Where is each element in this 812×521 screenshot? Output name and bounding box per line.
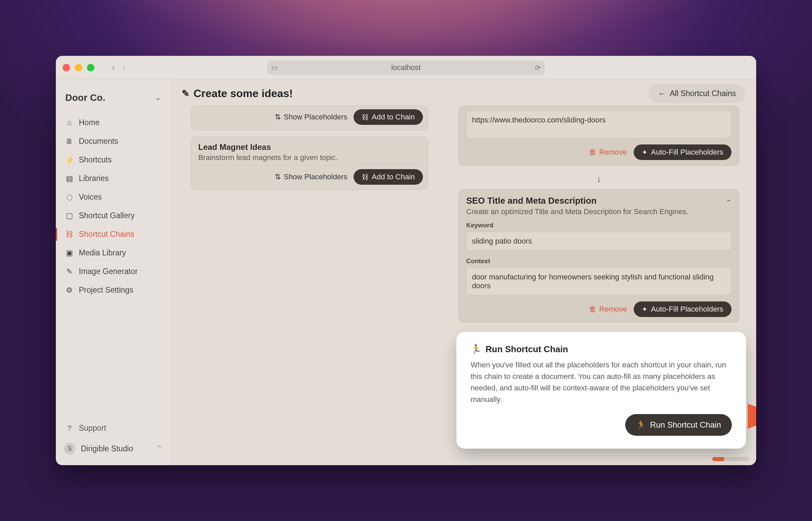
page-indicator — [712, 457, 749, 461]
home-icon: ⌂ — [65, 118, 73, 127]
minimize-icon[interactable] — [75, 64, 82, 71]
sidebar-item-shortcut-chains[interactable]: ⛓ Shortcut Chains — [59, 225, 167, 244]
sidebar: Door Co. ⌄ ⌂ Home 🗎 Documents ⚡ Shortcut… — [56, 80, 171, 465]
sidebar-item-label: Shortcut Chains — [79, 230, 134, 239]
titlebar: ‹ › ▭ localhost ⟳ — [56, 56, 756, 80]
voice-icon: ◌ — [65, 193, 73, 202]
sidebar-item-label: Voices — [79, 192, 102, 202]
sidebar-item-libraries[interactable]: ▤ Libraries — [59, 169, 167, 188]
context-input[interactable] — [466, 268, 731, 295]
chain-card-desc: Create an optimized Title and Meta Descr… — [466, 207, 689, 216]
sidebar-item-label: Home — [79, 118, 99, 127]
page-title: ✎ Create some ideas! — [182, 87, 293, 100]
collapse-icon[interactable]: ⌃ — [726, 196, 731, 206]
sidebar-item-label: Project Settings — [79, 286, 133, 295]
browser-window: ‹ › ▭ localhost ⟳ Door Co. ⌄ ⌂ Home 🗎 Do… — [56, 56, 756, 465]
show-placeholders-label: Show Placeholders — [284, 173, 347, 181]
sidebar-item-label: Image Generator — [79, 267, 138, 276]
arrow-left-icon: ← — [658, 89, 666, 98]
remove-label: Remove — [599, 148, 627, 157]
chain-card-title: SEO Title and Meta Description — [466, 196, 689, 206]
traffic-lights — [63, 64, 94, 71]
keyword-input[interactable] — [466, 232, 731, 251]
url-input[interactable] — [466, 111, 731, 138]
media-icon: ▣ — [65, 249, 73, 257]
maximize-icon[interactable] — [87, 64, 94, 71]
back-icon[interactable]: ‹ — [112, 62, 115, 73]
trash-icon: 🗑 — [589, 148, 596, 157]
forward-icon[interactable]: › — [122, 62, 126, 73]
address-bar[interactable]: ▭ localhost ⟳ — [267, 61, 545, 75]
show-placeholders-button[interactable]: ⇅ Show Placeholders — [275, 113, 347, 121]
sidebar-item-label: Libraries — [79, 174, 109, 183]
page-title-text: Create some ideas! — [194, 87, 293, 100]
chain-card-seo: SEO Title and Meta Description Create an… — [458, 189, 739, 323]
shortcut-card: ⇅ Show Placeholders ⛓ Add to Chain — [191, 106, 428, 130]
main-header: ✎ Create some ideas! ← All Shortcut Chai… — [171, 80, 756, 106]
sidebar-item-project-settings[interactable]: ⚙ Project Settings — [59, 281, 167, 299]
popover-desc: When you've filled out all the placehold… — [471, 359, 732, 405]
books-icon: ▤ — [65, 174, 73, 183]
autofill-label: Auto-Fill Placeholders — [651, 148, 723, 157]
sidebar-item-home[interactable]: ⌂ Home — [59, 113, 167, 132]
autofill-button[interactable]: ✦ Auto-Fill Placeholders — [634, 301, 731, 317]
run-shortcut-chain-button[interactable]: 🏃 Run Shortcut Chain — [625, 414, 732, 436]
context-label: Context — [466, 257, 731, 265]
add-to-chain-label: Add to Chain — [372, 173, 415, 181]
sidebar-item-image-generator[interactable]: ✎ Image Generator — [59, 262, 167, 281]
main-content: ✎ Create some ideas! ← All Shortcut Chai… — [171, 80, 756, 465]
shortcut-card-title: Lead Magnet Ideas — [198, 142, 421, 152]
shortcut-card-desc: Brainstorm lead magnets for a given topi… — [198, 153, 421, 162]
add-to-chain-label: Add to Chain — [372, 113, 415, 121]
edit-icon[interactable]: ✎ — [182, 88, 189, 99]
run-icon: 🏃 — [471, 344, 481, 355]
workspace-name: Door Co. — [65, 92, 105, 103]
chain-icon: ⛓ — [65, 230, 73, 239]
bolt-icon: ⚡ — [65, 156, 73, 164]
shortcut-card-lead-magnet: Lead Magnet Ideas Brainstorm lead magnet… — [191, 137, 428, 190]
sidebar-item-documents[interactable]: 🗎 Documents — [59, 132, 167, 151]
plus-minus-icon: ⇅ — [275, 173, 281, 181]
sparkle-icon: ✦ — [642, 148, 648, 156]
popover-title-row: 🏃 Run Shortcut Chain — [471, 344, 732, 355]
add-to-chain-button[interactable]: ⛓ Add to Chain — [354, 169, 423, 185]
support-link[interactable]: ? Support — [56, 418, 171, 438]
run-button-label: Run Shortcut Chain — [650, 420, 721, 430]
link-icon: ⛓ — [362, 113, 368, 121]
sidebar-item-shortcut-gallery[interactable]: ▢ Shortcut Gallery — [59, 206, 167, 225]
sidebar-item-label: Shortcut Gallery — [79, 211, 135, 220]
reload-icon[interactable]: ⟳ — [535, 64, 541, 72]
shield-icon: ▭ — [271, 64, 278, 72]
sidebar-item-media-library[interactable]: ▣ Media Library — [59, 244, 167, 262]
support-label: Support — [79, 424, 106, 433]
address-text: localhost — [391, 63, 421, 72]
autofill-button[interactable]: ✦ Auto-Fill Placeholders — [634, 144, 731, 160]
gear-icon: ⚙ — [65, 286, 73, 295]
available-shortcuts-column: ⇅ Show Placeholders ⛓ Add to Chain Lead … — [181, 106, 438, 455]
studio-name: Dirigible Studio — [81, 444, 133, 453]
all-shortcut-chains-button[interactable]: ← All Shortcut Chains — [648, 84, 745, 103]
workspace-selector[interactable]: Door Co. ⌄ — [56, 86, 171, 113]
all-chains-label: All Shortcut Chains — [670, 89, 736, 98]
add-to-chain-button[interactable]: ⛓ Add to Chain — [354, 109, 423, 125]
link-icon: ⛓ — [362, 173, 368, 181]
remove-button[interactable]: 🗑 Remove — [589, 305, 627, 314]
avatar: S — [64, 443, 75, 454]
studio-selector[interactable]: S Dirigible Studio ⌃ — [56, 438, 171, 459]
popover-title: Run Shortcut Chain — [486, 344, 568, 355]
close-icon[interactable] — [63, 64, 70, 71]
sidebar-item-voices[interactable]: ◌ Voices — [59, 188, 167, 206]
chain-card-url: 🗑 Remove ✦ Auto-Fill Placeholders — [458, 106, 739, 166]
plus-minus-icon: ⇅ — [275, 113, 281, 121]
sidebar-nav: ⌂ Home 🗎 Documents ⚡ Shortcuts ▤ Librari… — [56, 113, 171, 299]
sidebar-item-shortcuts[interactable]: ⚡ Shortcuts — [59, 151, 167, 169]
keyword-label: Keyword — [466, 222, 731, 229]
sidebar-item-label: Media Library — [79, 248, 126, 257]
help-icon: ? — [65, 424, 73, 433]
show-placeholders-button[interactable]: ⇅ Show Placeholders — [275, 173, 347, 181]
chevron-up-down-icon: ⌃ — [156, 444, 162, 453]
remove-button[interactable]: 🗑 Remove — [589, 148, 627, 157]
run-chain-popover: 🏃 Run Shortcut Chain When you've filled … — [458, 334, 744, 447]
document-icon: 🗎 — [65, 137, 73, 146]
gallery-icon: ▢ — [65, 211, 73, 220]
